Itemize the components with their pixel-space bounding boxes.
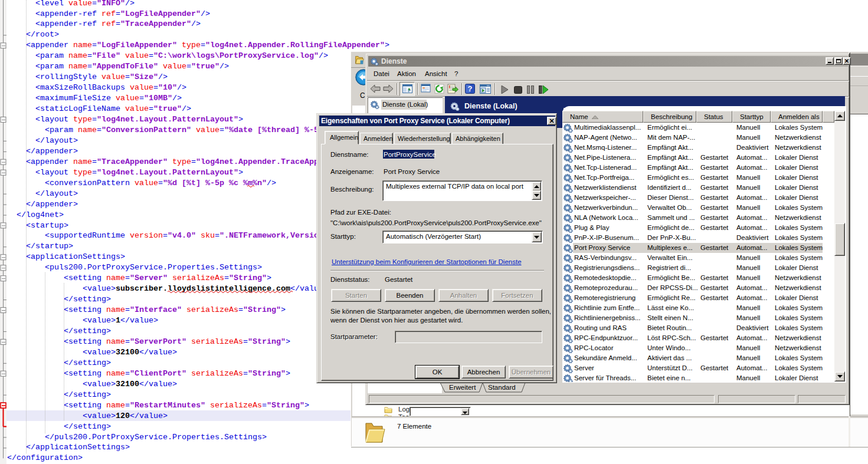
svg-text:?: ? (468, 84, 473, 93)
